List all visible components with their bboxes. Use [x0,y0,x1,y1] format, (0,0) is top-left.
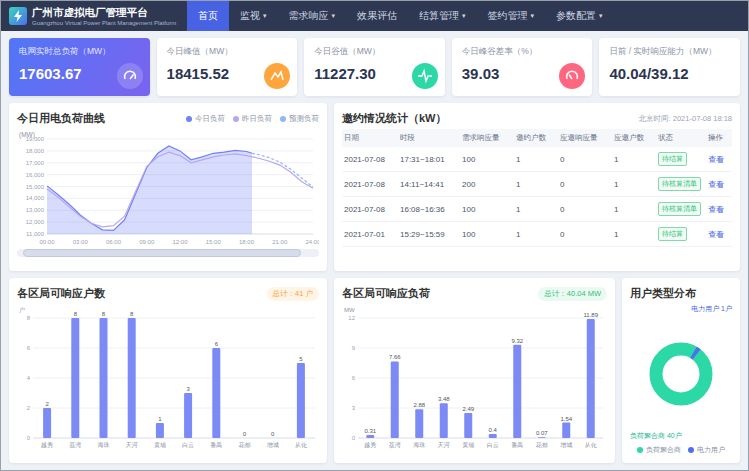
svg-text:从化: 从化 [585,442,597,449]
panel-title: 各区局可响应负荷 [342,286,430,301]
nav-item-monitor[interactable]: 监视▾ [229,1,278,31]
bar [464,413,472,438]
nav-item-settlement[interactable]: 结算管理▾ [408,1,477,31]
table-cell: 1 [612,172,656,197]
svg-text:2.88: 2.88 [413,402,425,408]
svg-text:09:00: 09:00 [139,239,155,245]
svg-text:15:00: 15:00 [206,239,222,245]
table-cell: 2021-07-08 [342,197,398,222]
legend-item[interactable]: 昨日负荷 [233,114,272,124]
kpi-label: 今日谷值（MW） [314,46,435,58]
column-header: 需求响应量 [460,129,514,147]
legend-label: 昨日负荷 [242,114,272,124]
table-cell: 15:29~15:59 [398,222,460,247]
svg-text:海珠: 海珠 [98,442,110,448]
svg-text:番禺: 番禺 [210,441,222,449]
chart-zoom-slider[interactable] [17,249,319,257]
donut-chart-area: 电力用户 1户 负荷聚合商 40户 [630,304,732,443]
table-cell: 200 [460,172,514,197]
column-header: 状态 [656,129,706,147]
table-cell: 17:31~18:01 [398,147,460,172]
view-link[interactable]: 查看 [708,155,724,164]
svg-text:从化: 从化 [295,442,307,449]
svg-text:2.49: 2.49 [462,406,474,412]
status-badge: 待核算清单 [658,177,701,191]
bar [562,423,570,438]
total-badge: 总计：41 户 [267,287,319,301]
district-load-bar-chart: MW0369120.31越秀7.66荔湾2.88海珠3.48天河2.49黄埔0.… [342,304,607,449]
logo: 广州市虚拟电厂管理平台 Guangzhou Virtual Power Plan… [1,6,187,26]
svg-text:16,000: 16,000 [26,172,45,178]
nav-item-contract[interactable]: 签约管理▾ [477,1,546,31]
table-row: 2021-07-0814:11~14:41200101待核算清单查看 [342,172,732,197]
svg-text:1: 1 [158,416,162,422]
kpi-row: 电网实时总负荷（MW） 17603.67 今日峰值（MW） 18415.52 今… [9,38,740,96]
nav-item-label: 效果评估 [357,9,397,23]
legend-label: 电力用户 [697,445,725,455]
donut-legend: 负荷聚合商电力用户 [630,443,732,455]
nav-item-home[interactable]: 首页 [187,1,229,31]
status-badge: 待结算 [658,152,687,166]
legend-item[interactable]: 预测负荷 [280,114,319,124]
panel-title: 用户类型分布 [630,286,696,301]
svg-text:15,000: 15,000 [26,184,45,190]
view-link[interactable]: 查看 [708,180,724,189]
district-households-panel: 各区局可响应户数 总计：41 户 户024682越秀8荔湾8海珠8天河1黄埔3白… [9,278,327,463]
donut-callout-aggregator: 负荷聚合商 40户 [630,431,682,441]
legend-dot-icon [688,447,694,453]
invitation-table: 日期时段需求响应量邀约户数应邀响应量应邀户数状态操作2021-07-0817:3… [342,129,732,247]
view-link[interactable]: 查看 [708,205,724,214]
svg-text:8: 8 [74,311,78,317]
legend-item[interactable]: 今日负荷 [186,114,225,124]
view-link[interactable]: 查看 [708,230,724,239]
total-badge: 总计：40.04 MW [538,287,607,301]
svg-text:00:00: 00:00 [39,239,55,245]
svg-text:天河: 天河 [126,442,138,448]
table-cell: 2021-07-08 [342,147,398,172]
user-type-panel: 用户类型分布 电力用户 1户 负荷聚合商 40户 负荷聚合商电力用户 [622,278,740,463]
svg-text:越秀: 越秀 [41,441,53,449]
legend-label: 负荷聚合商 [646,445,681,455]
nav-item-params[interactable]: 参数配置▾ [545,1,614,31]
table-row: 2021-07-0817:31~18:01100101待结算查看 [342,147,732,172]
table-cell: 2021-07-08 [342,172,398,197]
table-cell: 查看 [706,222,732,247]
column-header: 应邀户数 [612,129,656,147]
legend-item[interactable]: 负荷聚合商 [637,445,681,455]
bar [184,393,192,438]
chevron-down-icon: ▾ [462,12,466,20]
zoom-slider-handle[interactable] [23,249,301,257]
district-load-panel: 各区局可响应负荷 总计：40.04 MW MW0369120.31越秀7.66荔… [334,278,615,463]
svg-text:3: 3 [186,386,190,392]
svg-text:0: 0 [243,431,247,437]
load-curve-chart: (MW)11,00012,00013,00014,00015,00016,000… [17,129,319,247]
svg-text:番禺: 番禺 [511,441,523,449]
bar [297,363,305,438]
table-cell: 16:08~16:36 [398,197,460,222]
table-cell: 查看 [706,172,732,197]
svg-text:越秀: 越秀 [364,441,376,449]
column-header: 邀约户数 [514,129,558,147]
svg-text:12,000: 12,000 [26,219,45,225]
bar [43,408,51,438]
svg-text:03:00: 03:00 [73,239,89,245]
svg-text:4: 4 [27,375,31,381]
chevron-down-icon: ▾ [599,12,603,20]
bar [391,361,399,438]
pulse-icon [412,63,438,89]
app-subtitle: Guangzhou Virtual Power Plant Management… [32,20,182,26]
nav-item-effect-eval[interactable]: 效果评估 [346,1,408,31]
svg-text:0: 0 [27,435,31,441]
legend-item[interactable]: 电力用户 [688,445,725,455]
svg-text:6: 6 [215,341,219,347]
svg-text:17,000: 17,000 [26,160,45,166]
table-cell: 查看 [706,147,732,172]
nav-item-label: 参数配置 [556,9,596,23]
svg-text:18:00: 18:00 [239,239,255,245]
svg-text:3: 3 [352,405,356,411]
bar [513,345,521,438]
panel-title: 邀约情况统计（kW） [342,111,447,126]
table-cell: 1 [612,222,656,247]
kpi-valley-card: 今日谷值（MW） 11227.30 [304,38,445,96]
nav-item-demand-response[interactable]: 需求响应▾ [278,1,347,31]
